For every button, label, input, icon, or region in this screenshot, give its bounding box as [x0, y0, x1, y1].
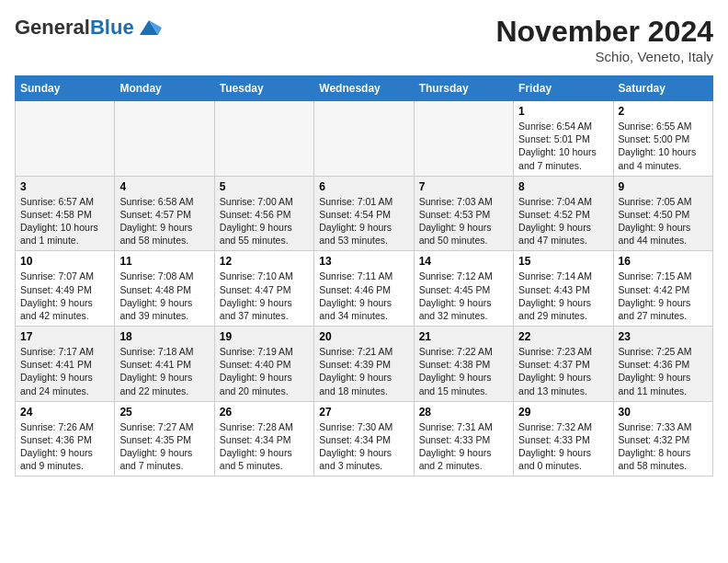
day-number: 30: [619, 406, 708, 419]
day-info: Sunrise: 6:55 AMSunset: 5:00 PMDaylight:…: [619, 120, 708, 172]
weekday-header-monday: Monday: [115, 76, 214, 101]
calendar-cell: 3Sunrise: 6:57 AMSunset: 4:58 PMDaylight…: [16, 176, 115, 251]
logo-icon: [136, 15, 162, 40]
day-info: Sunrise: 7:00 AMSunset: 4:56 PMDaylight:…: [220, 195, 309, 247]
calendar-body: 1Sunrise: 6:54 AMSunset: 5:01 PMDaylight…: [16, 101, 713, 477]
calendar-week-1: 1Sunrise: 6:54 AMSunset: 5:01 PMDaylight…: [16, 101, 713, 177]
calendar-cell: [214, 101, 313, 177]
day-number: 26: [220, 406, 309, 419]
calendar-cell: 10Sunrise: 7:07 AMSunset: 4:49 PMDayligh…: [16, 251, 115, 327]
calendar-cell: 15Sunrise: 7:14 AMSunset: 4:43 PMDayligh…: [514, 251, 613, 327]
day-info: Sunrise: 7:08 AMSunset: 4:48 PMDaylight:…: [119, 270, 209, 322]
day-info: Sunrise: 7:22 AMSunset: 4:38 PMDaylight:…: [419, 345, 508, 397]
day-number: 12: [220, 255, 309, 268]
day-number: 19: [220, 330, 309, 343]
calendar-cell: 13Sunrise: 7:11 AMSunset: 4:46 PMDayligh…: [314, 251, 414, 327]
day-info: Sunrise: 7:07 AMSunset: 4:49 PMDaylight:…: [20, 270, 109, 322]
location-text: Schio, Veneto, Italy: [495, 49, 713, 64]
calendar-cell: 11Sunrise: 7:08 AMSunset: 4:48 PMDayligh…: [115, 251, 214, 327]
day-info: Sunrise: 7:14 AMSunset: 4:43 PMDaylight:…: [518, 270, 608, 322]
day-info: Sunrise: 7:10 AMSunset: 4:47 PMDaylight:…: [220, 270, 309, 322]
calendar-cell: 7Sunrise: 7:03 AMSunset: 4:53 PMDaylight…: [414, 176, 513, 251]
day-info: Sunrise: 7:30 AMSunset: 4:34 PMDaylight:…: [319, 420, 408, 473]
calendar-cell: 2Sunrise: 6:55 AMSunset: 5:00 PMDaylight…: [613, 101, 712, 177]
day-number: 22: [518, 330, 608, 343]
calendar-cell: 16Sunrise: 7:15 AMSunset: 4:42 PMDayligh…: [613, 251, 712, 327]
day-info: Sunrise: 6:57 AMSunset: 4:58 PMDaylight:…: [20, 195, 109, 247]
calendar-week-2: 3Sunrise: 6:57 AMSunset: 4:58 PMDaylight…: [16, 176, 713, 251]
calendar-table: SundayMondayTuesdayWednesdayThursdayFrid…: [15, 75, 713, 477]
day-number: 29: [518, 406, 608, 419]
weekday-header-tuesday: Tuesday: [214, 76, 313, 101]
calendar-cell: [115, 101, 214, 177]
day-number: 13: [319, 255, 408, 268]
day-info: Sunrise: 7:17 AMSunset: 4:41 PMDaylight:…: [20, 345, 109, 397]
calendar-cell: 9Sunrise: 7:05 AMSunset: 4:50 PMDaylight…: [613, 176, 712, 251]
day-number: 18: [119, 330, 209, 343]
day-number: 6: [319, 180, 408, 193]
calendar-cell: 4Sunrise: 6:58 AMSunset: 4:57 PMDaylight…: [115, 176, 214, 251]
day-info: Sunrise: 7:27 AMSunset: 4:35 PMDaylight:…: [119, 420, 209, 473]
calendar-cell: 23Sunrise: 7:25 AMSunset: 4:36 PMDayligh…: [613, 327, 712, 402]
day-info: Sunrise: 6:58 AMSunset: 4:57 PMDaylight:…: [119, 195, 209, 247]
day-number: 2: [619, 105, 708, 118]
calendar-week-3: 10Sunrise: 7:07 AMSunset: 4:49 PMDayligh…: [16, 251, 713, 327]
day-info: Sunrise: 7:32 AMSunset: 4:33 PMDaylight:…: [518, 420, 608, 473]
month-title: November 2024: [495, 15, 713, 49]
day-number: 14: [419, 255, 508, 268]
calendar-cell: [16, 101, 115, 177]
page-header: GeneralBlue November 2024 Schio, Veneto,…: [15, 15, 713, 64]
calendar-cell: 5Sunrise: 7:00 AMSunset: 4:56 PMDaylight…: [214, 176, 313, 251]
calendar-cell: 24Sunrise: 7:26 AMSunset: 4:36 PMDayligh…: [16, 401, 115, 477]
day-number: 9: [619, 180, 708, 193]
logo: GeneralBlue: [15, 15, 162, 40]
day-number: 8: [518, 180, 608, 193]
day-number: 21: [419, 330, 508, 343]
day-number: 20: [319, 330, 408, 343]
weekday-header-saturday: Saturday: [613, 76, 712, 101]
day-number: 11: [119, 255, 209, 268]
calendar-week-4: 17Sunrise: 7:17 AMSunset: 4:41 PMDayligh…: [16, 327, 713, 402]
calendar-cell: [314, 101, 414, 177]
logo-blue-text: Blue: [90, 16, 134, 39]
day-number: 27: [319, 406, 408, 419]
calendar-cell: 25Sunrise: 7:27 AMSunset: 4:35 PMDayligh…: [115, 401, 214, 477]
day-info: Sunrise: 7:25 AMSunset: 4:36 PMDaylight:…: [619, 345, 708, 397]
title-block: November 2024 Schio, Veneto, Italy: [495, 15, 713, 64]
day-info: Sunrise: 7:18 AMSunset: 4:41 PMDaylight:…: [119, 345, 209, 397]
day-number: 4: [119, 180, 209, 193]
day-number: 10: [20, 255, 109, 268]
day-number: 5: [220, 180, 309, 193]
weekday-header-sunday: Sunday: [16, 76, 115, 101]
weekday-header-friday: Friday: [514, 76, 613, 101]
calendar-cell: 30Sunrise: 7:33 AMSunset: 4:32 PMDayligh…: [613, 401, 712, 477]
day-number: 24: [20, 406, 109, 419]
day-info: Sunrise: 7:23 AMSunset: 4:37 PMDaylight:…: [518, 345, 608, 397]
calendar-cell: 26Sunrise: 7:28 AMSunset: 4:34 PMDayligh…: [214, 401, 313, 477]
calendar-cell: 14Sunrise: 7:12 AMSunset: 4:45 PMDayligh…: [414, 251, 513, 327]
calendar-cell: 18Sunrise: 7:18 AMSunset: 4:41 PMDayligh…: [115, 327, 214, 402]
day-info: Sunrise: 7:11 AMSunset: 4:46 PMDaylight:…: [319, 270, 408, 322]
logo-general-text: General: [15, 16, 90, 39]
day-number: 25: [119, 406, 209, 419]
day-info: Sunrise: 7:33 AMSunset: 4:32 PMDaylight:…: [619, 420, 708, 473]
calendar-cell: 1Sunrise: 6:54 AMSunset: 5:01 PMDaylight…: [514, 101, 613, 177]
day-info: Sunrise: 7:03 AMSunset: 4:53 PMDaylight:…: [419, 195, 508, 247]
calendar-cell: 8Sunrise: 7:04 AMSunset: 4:52 PMDaylight…: [514, 176, 613, 251]
weekday-header-wednesday: Wednesday: [314, 76, 414, 101]
day-number: 23: [619, 330, 708, 343]
day-info: Sunrise: 7:21 AMSunset: 4:39 PMDaylight:…: [319, 345, 408, 397]
day-number: 3: [20, 180, 109, 193]
calendar-cell: 12Sunrise: 7:10 AMSunset: 4:47 PMDayligh…: [214, 251, 313, 327]
day-info: Sunrise: 7:01 AMSunset: 4:54 PMDaylight:…: [319, 195, 408, 247]
calendar-cell: 19Sunrise: 7:19 AMSunset: 4:40 PMDayligh…: [214, 327, 313, 402]
calendar-week-5: 24Sunrise: 7:26 AMSunset: 4:36 PMDayligh…: [16, 401, 713, 477]
calendar-cell: 20Sunrise: 7:21 AMSunset: 4:39 PMDayligh…: [314, 327, 414, 402]
calendar-cell: 21Sunrise: 7:22 AMSunset: 4:38 PMDayligh…: [414, 327, 513, 402]
day-info: Sunrise: 7:12 AMSunset: 4:45 PMDaylight:…: [419, 270, 508, 322]
day-number: 1: [518, 105, 608, 118]
day-info: Sunrise: 6:54 AMSunset: 5:01 PMDaylight:…: [518, 120, 608, 172]
day-info: Sunrise: 7:31 AMSunset: 4:33 PMDaylight:…: [419, 420, 508, 473]
day-info: Sunrise: 7:04 AMSunset: 4:52 PMDaylight:…: [518, 195, 608, 247]
calendar-cell: [414, 101, 513, 177]
